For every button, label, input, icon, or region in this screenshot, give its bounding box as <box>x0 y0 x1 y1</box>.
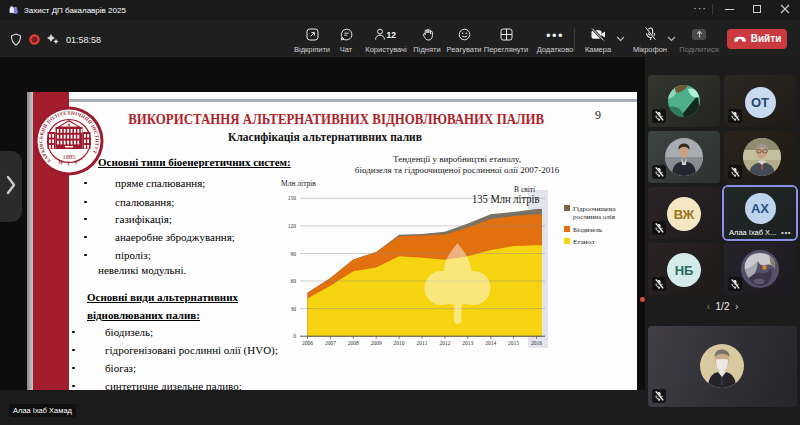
svg-text:2008: 2008 <box>348 340 359 346</box>
svg-text:150: 150 <box>288 195 297 201</box>
svg-text:60: 60 <box>291 278 297 284</box>
svg-text:30: 30 <box>291 306 297 312</box>
svg-text:2011: 2011 <box>417 340 428 346</box>
svg-text:2016: 2016 <box>531 340 542 346</box>
svg-text:2009: 2009 <box>371 340 382 346</box>
svg-text:2013: 2013 <box>462 340 473 346</box>
svg-text:90: 90 <box>291 251 297 257</box>
svg-text:2014: 2014 <box>485 340 496 346</box>
svg-text:120: 120 <box>288 223 297 229</box>
svg-text:2010: 2010 <box>394 340 405 346</box>
svg-text:2006: 2006 <box>302 340 313 346</box>
svg-text:2012: 2012 <box>439 340 450 346</box>
svg-text:2015: 2015 <box>508 340 519 346</box>
svg-text:2007: 2007 <box>325 340 336 346</box>
svg-text:1885: 1885 <box>63 153 76 160</box>
svg-text:12: 12 <box>387 30 397 40</box>
svg-text:0: 0 <box>293 333 296 339</box>
